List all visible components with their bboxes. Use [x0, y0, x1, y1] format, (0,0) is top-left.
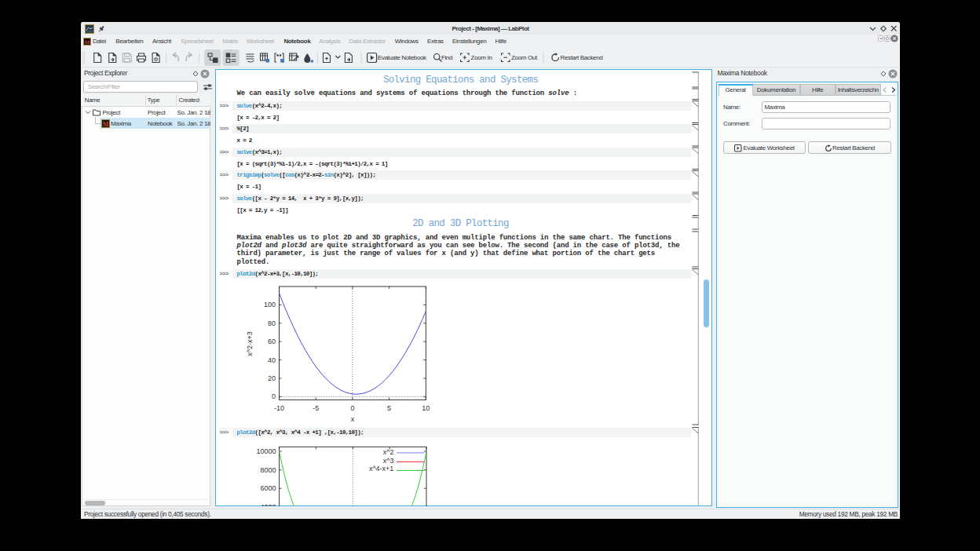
svg-text:10: 10 — [422, 404, 430, 412]
svg-text:x^2: x^2 — [383, 448, 394, 456]
svg-text:4000: 4000 — [261, 503, 276, 506]
svg-text:x^4-x+1: x^4-x+1 — [369, 465, 394, 473]
svg-text:-10: -10 — [274, 404, 284, 412]
svg-text:x^3: x^3 — [383, 457, 394, 465]
svg-text:40: 40 — [268, 356, 276, 364]
svg-text:8000: 8000 — [261, 466, 276, 474]
svg-text:0: 0 — [350, 404, 354, 412]
svg-text:60: 60 — [268, 338, 276, 345]
svg-text:x: x — [351, 415, 355, 423]
svg-text:6000: 6000 — [261, 484, 276, 492]
svg-text:20: 20 — [268, 374, 276, 382]
svg-text:x^2-x+3: x^2-x+3 — [246, 331, 254, 356]
svg-text:80: 80 — [268, 319, 276, 327]
svg-text:M: M — [84, 39, 90, 46]
svg-text:-5: -5 — [313, 404, 319, 412]
svg-text:5: 5 — [387, 404, 391, 412]
svg-text:0: 0 — [272, 392, 276, 400]
svg-text:100: 100 — [264, 301, 276, 308]
svg-text:M: M — [103, 120, 109, 127]
svg-text:10000: 10000 — [257, 447, 276, 455]
